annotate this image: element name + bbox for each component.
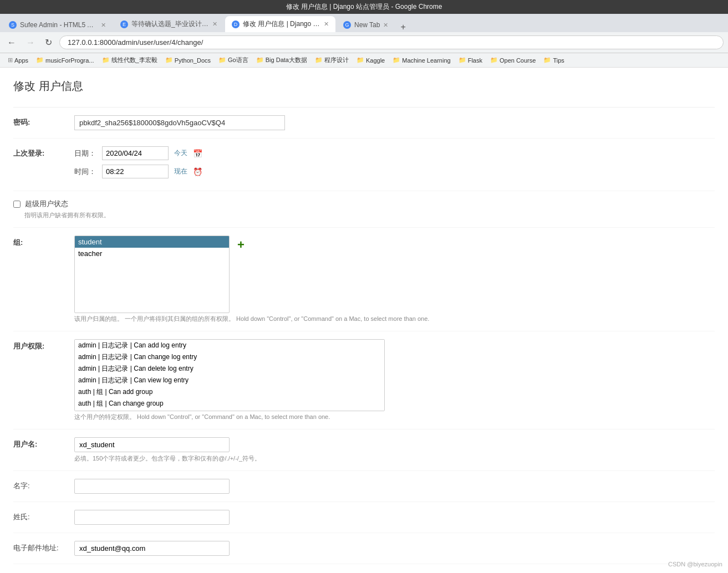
superuser-label-row: 超级用户状态 <box>13 199 68 209</box>
bookmark-icon: 📁 <box>543 57 551 64</box>
bookmark-apps[interactable]: ⊞ Apps <box>4 55 32 65</box>
reload-button[interactable]: ↻ <box>42 36 55 49</box>
bookmarks-bar: ⊞ Apps📁 musicForProgra...📁 线性代数_李宏毅📁 Pyt… <box>0 53 728 68</box>
firstname-input[interactable] <box>74 479 230 494</box>
username-hint: 必填。150个字符或者更少。包含字母，数字和仅有的@/./+/-/_符号。 <box>74 454 715 463</box>
back-button[interactable]: ← <box>4 37 19 49</box>
email-field <box>74 541 715 556</box>
bookmark-open-course[interactable]: 📁 Open Course <box>487 55 539 65</box>
bookmark-musicforprogra...[interactable]: 📁 musicForProgra... <box>33 55 97 65</box>
time-input[interactable] <box>102 165 169 178</box>
groups-select[interactable]: studentteacher <box>74 236 230 313</box>
firstname-row: 名字: <box>13 471 715 502</box>
browser-tab-tab4[interactable]: G New Tab ✕ <box>337 18 395 32</box>
email-label: 电子邮件地址: <box>13 541 63 553</box>
firstname-label: 名字: <box>13 479 63 491</box>
page-title: 修改 用户信息 <box>13 79 715 94</box>
lastname-input[interactable] <box>74 510 230 525</box>
calendar-icon[interactable]: 📅 <box>193 149 202 158</box>
new-tab-button[interactable]: + <box>396 22 410 32</box>
superuser-label: 超级用户状态 <box>25 199 68 209</box>
bookmark-icon: 📁 <box>218 57 226 64</box>
bookmark-程序设计[interactable]: 📁 程序设计 <box>312 55 352 65</box>
bookmark-kaggle[interactable]: 📁 Kaggle <box>353 55 388 65</box>
bookmark-线性代数_李宏毅[interactable]: 📁 线性代数_李宏毅 <box>99 55 161 65</box>
tab-title-tab1: Sufee Admin - HTML5 Admin... <box>20 21 98 29</box>
browser-tab-tab2[interactable]: E 等待确认选题_毕业设计系统 ✕ <box>114 16 224 32</box>
username-input[interactable] <box>74 437 230 452</box>
browser-title-bar: 修改 用户信息 | Django 站点管理员 - Google Chrome <box>0 0 728 14</box>
lastname-label: 姓氏: <box>13 510 63 522</box>
bookmark-icon: ⊞ <box>8 57 13 64</box>
bookmark-icon: 📁 <box>315 57 323 64</box>
bookmark-icon: 📁 <box>490 57 498 64</box>
username-label: 用户名: <box>13 437 63 449</box>
browser-tab-tab3[interactable]: D 修改 用户信息 | Django 站点... ✕ <box>225 16 335 32</box>
permissions-row: 用户权限: admin | 日志记录 | Can add log entryad… <box>13 331 715 429</box>
staff-row: 人员状态 <box>13 564 715 573</box>
date-input[interactable] <box>102 146 169 160</box>
bookmark-flask[interactable]: 📁 Flask <box>455 55 486 65</box>
browser-title: 修改 用户信息 | Django 站点管理员 - Google Chrome <box>286 3 442 11</box>
bookmark-icon: 📁 <box>459 57 466 64</box>
browser-toolbar: ← → ↻ <box>0 32 728 53</box>
tab-close-tab4[interactable]: ✕ <box>383 22 388 29</box>
permissions-label: 用户权限: <box>13 339 63 351</box>
password-label: 密码: <box>13 115 63 127</box>
groups-hint: 该用户归属的组。 一个用户将得到其归属的组的所有权限。 Hold down "C… <box>74 315 715 323</box>
groups-container: studentteacher + <box>74 236 715 313</box>
bookmark-label: Big Data大数据 <box>266 56 307 64</box>
bookmark-label: Python_Docs <box>175 57 211 64</box>
superuser-row: 超级用户状态 指明该用户缺省拥有所有权限。 <box>13 191 715 228</box>
permissions-hint: 这个用户的特定权限。 Hold down "Control", or "Comm… <box>74 413 715 421</box>
address-bar[interactable] <box>59 35 724 49</box>
bookmark-label: Flask <box>468 57 482 64</box>
time-label: 时间： <box>74 167 96 177</box>
footer-watermark: CSDN @biyezuopin <box>668 561 722 567</box>
bookmark-label: Go语言 <box>228 56 248 64</box>
password-field-container <box>74 115 715 130</box>
tab-title-tab3: 修改 用户信息 | Django 站点... <box>243 19 320 29</box>
username-field: 必填。150个字符或者更少。包含字母，数字和仅有的@/./+/-/_符号。 <box>74 437 715 463</box>
tab-icon-tab3: D <box>232 21 240 28</box>
bookmark-icon: 📁 <box>102 57 110 64</box>
bookmark-go语言[interactable]: 📁 Go语言 <box>215 55 252 65</box>
password-input[interactable] <box>74 115 285 130</box>
forward-button[interactable]: → <box>23 37 38 49</box>
permissions-select[interactable]: admin | 日志记录 | Can add log entryadmin | … <box>74 339 385 411</box>
bookmark-label: 程序设计 <box>324 56 349 64</box>
bookmark-tips[interactable]: 📁 Tips <box>540 55 567 65</box>
clock-icon[interactable]: ⏰ <box>193 167 202 176</box>
date-row: 日期： 今天 📅 <box>74 146 715 160</box>
bookmark-label: musicForProgra... <box>45 57 94 64</box>
tab-close-tab1[interactable]: ✕ <box>101 22 106 29</box>
last-login-row: 上次登录: 日期： 今天 📅 时间： 现在 ⏰ <box>13 139 715 191</box>
today-link[interactable]: 今天 <box>174 149 187 158</box>
browser-tab-tab1[interactable]: S Sufee Admin - HTML5 Admin... ✕ <box>2 18 113 32</box>
bookmark-icon: 📁 <box>256 57 264 64</box>
bookmark-label: Kaggle <box>366 57 385 64</box>
firstname-field <box>74 479 715 494</box>
bookmark-machine-learning[interactable]: 📁 Machine Learning <box>389 55 454 65</box>
tab-icon-tab1: S <box>9 21 17 29</box>
bookmark-icon: 📁 <box>393 57 400 64</box>
tab-icon-tab4: G <box>343 21 351 29</box>
tab-close-tab2[interactable]: ✕ <box>212 21 217 28</box>
bookmark-python_docs[interactable]: 📁 Python_Docs <box>162 55 214 65</box>
form-section: 密码: 上次登录: 日期： 今天 📅 时间： 现在 ⏰ <box>13 107 715 573</box>
bookmark-label: Apps <box>14 57 28 64</box>
email-row: 电子邮件地址: <box>13 533 715 564</box>
username-row: 用户名: 必填。150个字符或者更少。包含字母，数字和仅有的@/./+/-/_符… <box>13 429 715 471</box>
groups-row: 组: studentteacher + 该用户归属的组。 一个用户将得到其归属的… <box>13 228 715 331</box>
superuser-hint: 指明该用户缺省拥有所有权限。 <box>24 211 110 219</box>
bookmark-big-data大数据[interactable]: 📁 Big Data大数据 <box>253 55 310 65</box>
email-input[interactable] <box>74 541 230 556</box>
add-group-button[interactable]: + <box>235 236 247 254</box>
groups-label: 组: <box>13 236 63 248</box>
bookmark-label: Tips <box>553 57 564 64</box>
now-link[interactable]: 现在 <box>174 167 187 176</box>
tab-title-tab2: 等待确认选题_毕业设计系统 <box>131 19 209 29</box>
tab-close-tab3[interactable]: ✕ <box>324 21 329 28</box>
superuser-checkbox[interactable] <box>13 201 21 208</box>
last-login-label: 上次登录: <box>13 146 63 158</box>
